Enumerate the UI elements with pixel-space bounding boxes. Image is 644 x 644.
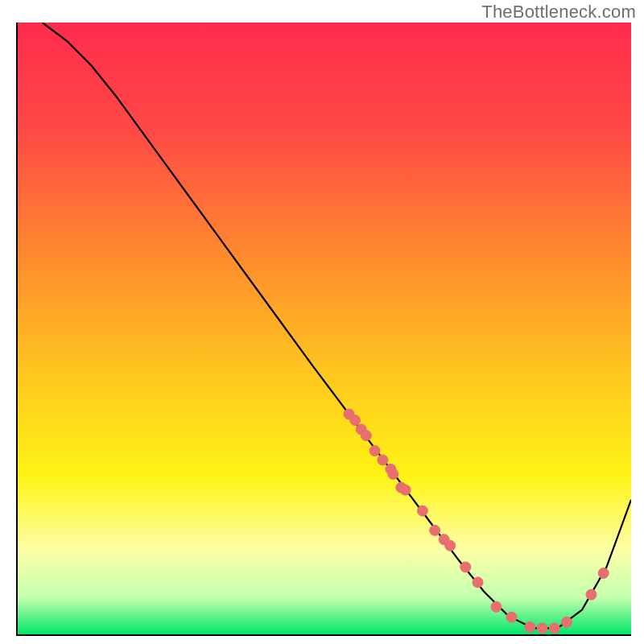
plot-area bbox=[16, 23, 631, 636]
watermark-text: TheBottleneck.com bbox=[481, 2, 636, 23]
chart-viewport: TheBottleneck.com bbox=[0, 0, 644, 644]
svg-rect-0 bbox=[18, 23, 631, 634]
background-gradient bbox=[18, 23, 631, 634]
